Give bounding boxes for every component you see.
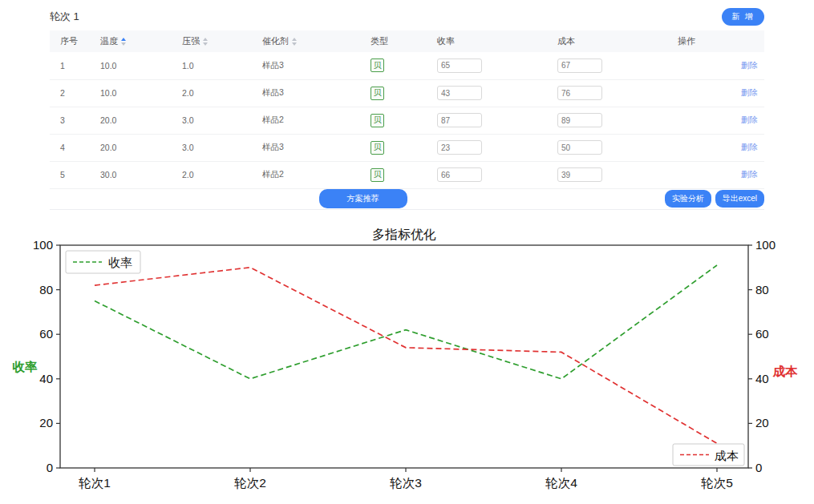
sort-caret-icon[interactable] (292, 38, 297, 46)
table-row: 320.03.0样品2贝删除 (50, 107, 764, 134)
cell-pressure: 2.0 (172, 79, 252, 107)
delete-link[interactable]: 删除 (741, 115, 758, 124)
column-header-5: 类型 (360, 30, 427, 52)
right-axis-tick-label: 20 (755, 416, 769, 429)
column-header-label: 序号 (60, 36, 78, 46)
cell-action: 删除 (667, 79, 764, 107)
left-axis-label: 收率 (13, 360, 38, 373)
column-header-8: 操作 (667, 30, 764, 52)
right-axis-tick-label: 60 (755, 327, 769, 341)
left-axis-tick-label: 100 (33, 238, 53, 252)
cost-input[interactable] (557, 58, 602, 73)
table-row: 530.02.0样品2贝删除 (50, 161, 764, 188)
cell-action: 删除 (667, 161, 764, 188)
yield-input[interactable] (437, 140, 482, 155)
cell-type: 贝 (360, 52, 427, 79)
cell-temperature: 20.0 (90, 134, 172, 161)
column-header-label: 类型 (371, 36, 388, 46)
type-tag: 贝 (371, 87, 384, 100)
cell-action: 删除 (667, 134, 764, 161)
cell-cost (547, 107, 667, 134)
yield-input[interactable] (437, 167, 482, 182)
left-axis-tick-label: 20 (39, 416, 53, 429)
delete-link[interactable]: 删除 (741, 87, 758, 97)
column-header-2[interactable]: 温度 (90, 30, 172, 52)
page: 轮次 1 新 增 序号温度压强催化剂类型收率成本操作 110.01.0样品3贝删… (0, 6, 814, 504)
column-header-1: 序号 (50, 30, 90, 52)
yield-input[interactable] (437, 86, 482, 100)
cell-catalyst: 样品2 (252, 161, 360, 188)
cell-action: 删除 (667, 52, 764, 79)
column-header-label: 催化剂 (262, 36, 289, 46)
cell-index: 2 (50, 79, 90, 107)
recommend-button[interactable]: 方案推荐 (319, 189, 407, 208)
table-body: 110.01.0样品3贝删除210.02.0样品3贝删除320.03.0样品2贝… (50, 52, 764, 188)
cell-yield (427, 134, 547, 161)
cell-yield (427, 79, 547, 107)
cost-input[interactable] (557, 86, 602, 100)
right-axis-tick-label: 40 (755, 371, 769, 385)
cell-cost (547, 161, 667, 188)
cell-pressure: 2.0 (172, 161, 252, 188)
yield-input[interactable] (437, 113, 482, 127)
column-header-label: 温度 (100, 36, 118, 46)
column-header-7: 成本 (547, 30, 667, 52)
table-row: 110.01.0样品3贝删除 (50, 52, 764, 79)
column-header-4[interactable]: 催化剂 (252, 30, 360, 52)
cell-catalyst: 样品3 (252, 134, 360, 161)
analyze-button[interactable]: 实验分析 (665, 190, 711, 208)
type-tag: 贝 (371, 141, 384, 155)
experiment-panel: 轮次 1 新 增 序号温度压强催化剂类型收率成本操作 110.01.0样品3贝删… (50, 6, 764, 210)
delete-link[interactable]: 删除 (741, 60, 758, 70)
cell-temperature: 20.0 (90, 107, 172, 134)
x-axis-tick-label: 轮次1 (78, 476, 111, 490)
delete-link[interactable]: 删除 (741, 169, 758, 179)
cell-yield (427, 107, 547, 134)
cell-index: 4 (50, 134, 90, 161)
yield-input[interactable] (437, 58, 482, 73)
cell-index: 3 (50, 107, 90, 134)
cell-index: 1 (50, 52, 90, 79)
cell-cost (547, 79, 667, 107)
cell-yield (427, 161, 547, 188)
column-header-3[interactable]: 压强 (172, 30, 252, 52)
experiment-table: 序号温度压强催化剂类型收率成本操作 110.01.0样品3贝删除210.02.0… (50, 30, 764, 189)
column-header-6: 收率 (427, 30, 547, 52)
legend-label-cost: 成本 (715, 448, 739, 462)
sort-caret-icon[interactable] (121, 38, 126, 46)
left-axis-tick-label: 60 (39, 327, 53, 341)
series-line-成本 (95, 267, 717, 443)
export-button[interactable]: 导出excel (715, 190, 764, 208)
panel-header: 轮次 1 新 增 (50, 6, 764, 27)
delete-link[interactable]: 删除 (741, 142, 758, 151)
round-title: 轮次 1 (50, 10, 79, 24)
right-axis-tick-label: 100 (755, 238, 776, 252)
cell-cost (547, 52, 667, 79)
right-axis-tick-label: 80 (755, 282, 769, 296)
cell-type: 贝 (360, 79, 427, 107)
cell-catalyst: 样品2 (252, 107, 360, 134)
cell-cost (547, 134, 667, 161)
legend-label-yield: 收率 (108, 256, 132, 269)
cell-type: 贝 (360, 134, 427, 161)
sort-caret-icon[interactable] (203, 38, 208, 46)
x-axis-tick-label: 轮次2 (233, 476, 266, 490)
table-footer: 方案推荐 实验分析 导出excel (50, 189, 764, 210)
type-tag: 贝 (371, 114, 384, 127)
multi-objective-chart: 多指标优化002020404060608080100100轮次1轮次2轮次3轮次… (0, 221, 814, 504)
x-axis-tick-label: 轮次3 (389, 476, 422, 490)
add-button[interactable]: 新 增 (722, 8, 764, 26)
column-header-label: 收率 (437, 36, 455, 46)
cell-pressure: 3.0 (172, 107, 252, 134)
cell-pressure: 3.0 (172, 134, 252, 161)
x-axis-tick-label: 轮次5 (700, 476, 733, 490)
table-row: 210.02.0样品3贝删除 (50, 79, 764, 107)
cost-input[interactable] (557, 140, 602, 155)
column-header-label: 操作 (678, 36, 695, 46)
cost-input[interactable] (557, 167, 602, 182)
cost-input[interactable] (557, 113, 602, 127)
plot-frame (60, 245, 748, 468)
right-axis-label: 成本 (772, 365, 799, 378)
cell-yield (427, 52, 547, 79)
series-line-收率 (95, 265, 717, 379)
